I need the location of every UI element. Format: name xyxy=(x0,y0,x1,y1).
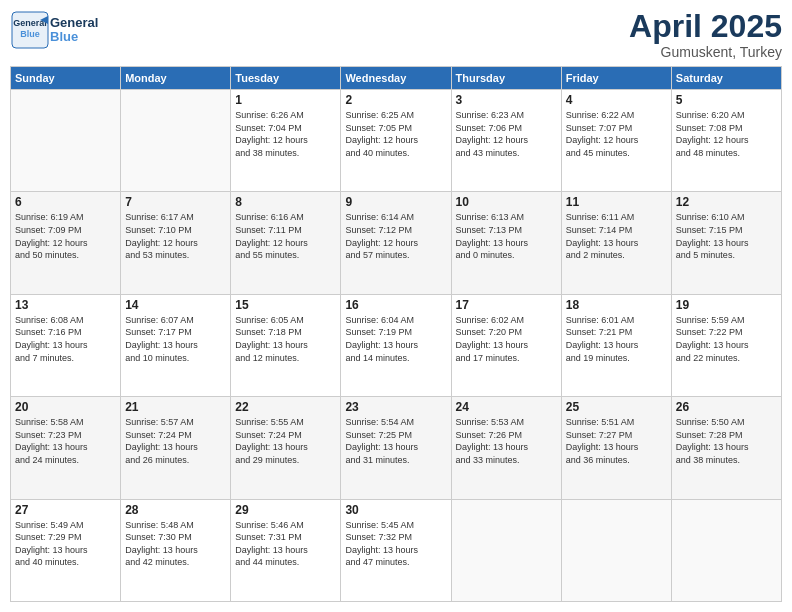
day-info: Sunrise: 6:25 AM Sunset: 7:05 PM Dayligh… xyxy=(345,109,446,159)
day-info: Sunrise: 6:22 AM Sunset: 7:07 PM Dayligh… xyxy=(566,109,667,159)
calendar-day-cell: 14Sunrise: 6:07 AM Sunset: 7:17 PM Dayli… xyxy=(121,294,231,396)
day-info: Sunrise: 5:53 AM Sunset: 7:26 PM Dayligh… xyxy=(456,416,557,466)
logo: General Blue General Blue xyxy=(10,10,98,50)
day-info: Sunrise: 6:04 AM Sunset: 7:19 PM Dayligh… xyxy=(345,314,446,364)
day-info: Sunrise: 6:11 AM Sunset: 7:14 PM Dayligh… xyxy=(566,211,667,261)
day-number: 2 xyxy=(345,93,446,107)
calendar-day-cell xyxy=(561,499,671,601)
day-number: 7 xyxy=(125,195,226,209)
day-info: Sunrise: 5:57 AM Sunset: 7:24 PM Dayligh… xyxy=(125,416,226,466)
calendar-weekday-header: Saturday xyxy=(671,67,781,90)
calendar-weekday-header: Friday xyxy=(561,67,671,90)
day-info: Sunrise: 5:55 AM Sunset: 7:24 PM Dayligh… xyxy=(235,416,336,466)
day-info: Sunrise: 5:49 AM Sunset: 7:29 PM Dayligh… xyxy=(15,519,116,569)
day-info: Sunrise: 6:23 AM Sunset: 7:06 PM Dayligh… xyxy=(456,109,557,159)
day-info: Sunrise: 6:13 AM Sunset: 7:13 PM Dayligh… xyxy=(456,211,557,261)
day-number: 4 xyxy=(566,93,667,107)
day-info: Sunrise: 5:54 AM Sunset: 7:25 PM Dayligh… xyxy=(345,416,446,466)
day-number: 11 xyxy=(566,195,667,209)
calendar-day-cell: 2Sunrise: 6:25 AM Sunset: 7:05 PM Daylig… xyxy=(341,90,451,192)
title-block: April 2025 Gumuskent, Turkey xyxy=(629,10,782,60)
day-number: 23 xyxy=(345,400,446,414)
day-number: 30 xyxy=(345,503,446,517)
day-info: Sunrise: 5:51 AM Sunset: 7:27 PM Dayligh… xyxy=(566,416,667,466)
day-info: Sunrise: 5:59 AM Sunset: 7:22 PM Dayligh… xyxy=(676,314,777,364)
calendar-weekday-header: Monday xyxy=(121,67,231,90)
day-info: Sunrise: 5:50 AM Sunset: 7:28 PM Dayligh… xyxy=(676,416,777,466)
location-subtitle: Gumuskent, Turkey xyxy=(629,44,782,60)
calendar-week-row: 6Sunrise: 6:19 AM Sunset: 7:09 PM Daylig… xyxy=(11,192,782,294)
calendar-day-cell: 13Sunrise: 6:08 AM Sunset: 7:16 PM Dayli… xyxy=(11,294,121,396)
calendar-day-cell: 23Sunrise: 5:54 AM Sunset: 7:25 PM Dayli… xyxy=(341,397,451,499)
calendar-day-cell: 3Sunrise: 6:23 AM Sunset: 7:06 PM Daylig… xyxy=(451,90,561,192)
day-number: 9 xyxy=(345,195,446,209)
day-number: 5 xyxy=(676,93,777,107)
calendar-day-cell: 9Sunrise: 6:14 AM Sunset: 7:12 PM Daylig… xyxy=(341,192,451,294)
calendar-week-row: 1Sunrise: 6:26 AM Sunset: 7:04 PM Daylig… xyxy=(11,90,782,192)
calendar-day-cell: 24Sunrise: 5:53 AM Sunset: 7:26 PM Dayli… xyxy=(451,397,561,499)
day-info: Sunrise: 6:05 AM Sunset: 7:18 PM Dayligh… xyxy=(235,314,336,364)
calendar-day-cell: 29Sunrise: 5:46 AM Sunset: 7:31 PM Dayli… xyxy=(231,499,341,601)
calendar-week-row: 20Sunrise: 5:58 AM Sunset: 7:23 PM Dayli… xyxy=(11,397,782,499)
day-info: Sunrise: 5:46 AM Sunset: 7:31 PM Dayligh… xyxy=(235,519,336,569)
day-info: Sunrise: 6:07 AM Sunset: 7:17 PM Dayligh… xyxy=(125,314,226,364)
day-info: Sunrise: 5:45 AM Sunset: 7:32 PM Dayligh… xyxy=(345,519,446,569)
calendar-day-cell: 21Sunrise: 5:57 AM Sunset: 7:24 PM Dayli… xyxy=(121,397,231,499)
calendar-day-cell: 8Sunrise: 6:16 AM Sunset: 7:11 PM Daylig… xyxy=(231,192,341,294)
day-number: 17 xyxy=(456,298,557,312)
header: General Blue General Blue April 2025 Gum… xyxy=(10,10,782,60)
calendar-day-cell xyxy=(121,90,231,192)
calendar-week-row: 13Sunrise: 6:08 AM Sunset: 7:16 PM Dayli… xyxy=(11,294,782,396)
calendar-day-cell xyxy=(451,499,561,601)
day-number: 3 xyxy=(456,93,557,107)
day-number: 14 xyxy=(125,298,226,312)
calendar-weekday-header: Sunday xyxy=(11,67,121,90)
calendar-weekday-header: Tuesday xyxy=(231,67,341,90)
calendar-day-cell: 5Sunrise: 6:20 AM Sunset: 7:08 PM Daylig… xyxy=(671,90,781,192)
calendar-day-cell: 17Sunrise: 6:02 AM Sunset: 7:20 PM Dayli… xyxy=(451,294,561,396)
day-info: Sunrise: 6:14 AM Sunset: 7:12 PM Dayligh… xyxy=(345,211,446,261)
day-number: 20 xyxy=(15,400,116,414)
day-number: 13 xyxy=(15,298,116,312)
day-info: Sunrise: 6:01 AM Sunset: 7:21 PM Dayligh… xyxy=(566,314,667,364)
day-number: 24 xyxy=(456,400,557,414)
calendar-day-cell: 16Sunrise: 6:04 AM Sunset: 7:19 PM Dayli… xyxy=(341,294,451,396)
calendar-table: SundayMondayTuesdayWednesdayThursdayFrid… xyxy=(10,66,782,602)
calendar-day-cell: 12Sunrise: 6:10 AM Sunset: 7:15 PM Dayli… xyxy=(671,192,781,294)
calendar-day-cell: 15Sunrise: 6:05 AM Sunset: 7:18 PM Dayli… xyxy=(231,294,341,396)
calendar-week-row: 27Sunrise: 5:49 AM Sunset: 7:29 PM Dayli… xyxy=(11,499,782,601)
day-number: 29 xyxy=(235,503,336,517)
day-info: Sunrise: 6:10 AM Sunset: 7:15 PM Dayligh… xyxy=(676,211,777,261)
logo-text: General Blue xyxy=(50,16,98,45)
calendar-day-cell: 19Sunrise: 5:59 AM Sunset: 7:22 PM Dayli… xyxy=(671,294,781,396)
day-number: 1 xyxy=(235,93,336,107)
page: General Blue General Blue April 2025 Gum… xyxy=(0,0,792,612)
calendar-day-cell: 28Sunrise: 5:48 AM Sunset: 7:30 PM Dayli… xyxy=(121,499,231,601)
calendar-day-cell: 30Sunrise: 5:45 AM Sunset: 7:32 PM Dayli… xyxy=(341,499,451,601)
day-number: 12 xyxy=(676,195,777,209)
day-number: 25 xyxy=(566,400,667,414)
day-info: Sunrise: 6:26 AM Sunset: 7:04 PM Dayligh… xyxy=(235,109,336,159)
day-number: 28 xyxy=(125,503,226,517)
svg-text:Blue: Blue xyxy=(20,29,40,39)
day-info: Sunrise: 5:48 AM Sunset: 7:30 PM Dayligh… xyxy=(125,519,226,569)
calendar-day-cell: 20Sunrise: 5:58 AM Sunset: 7:23 PM Dayli… xyxy=(11,397,121,499)
calendar-day-cell: 25Sunrise: 5:51 AM Sunset: 7:27 PM Dayli… xyxy=(561,397,671,499)
day-number: 16 xyxy=(345,298,446,312)
logo-icon: General Blue xyxy=(10,10,50,50)
month-title: April 2025 xyxy=(629,10,782,42)
calendar-day-cell: 7Sunrise: 6:17 AM Sunset: 7:10 PM Daylig… xyxy=(121,192,231,294)
calendar-weekday-header: Thursday xyxy=(451,67,561,90)
calendar-weekday-header: Wednesday xyxy=(341,67,451,90)
calendar-day-cell: 27Sunrise: 5:49 AM Sunset: 7:29 PM Dayli… xyxy=(11,499,121,601)
day-number: 22 xyxy=(235,400,336,414)
day-number: 21 xyxy=(125,400,226,414)
day-number: 19 xyxy=(676,298,777,312)
day-number: 15 xyxy=(235,298,336,312)
calendar-day-cell: 22Sunrise: 5:55 AM Sunset: 7:24 PM Dayli… xyxy=(231,397,341,499)
calendar-day-cell: 11Sunrise: 6:11 AM Sunset: 7:14 PM Dayli… xyxy=(561,192,671,294)
calendar-day-cell xyxy=(11,90,121,192)
day-info: Sunrise: 5:58 AM Sunset: 7:23 PM Dayligh… xyxy=(15,416,116,466)
day-number: 27 xyxy=(15,503,116,517)
day-info: Sunrise: 6:17 AM Sunset: 7:10 PM Dayligh… xyxy=(125,211,226,261)
